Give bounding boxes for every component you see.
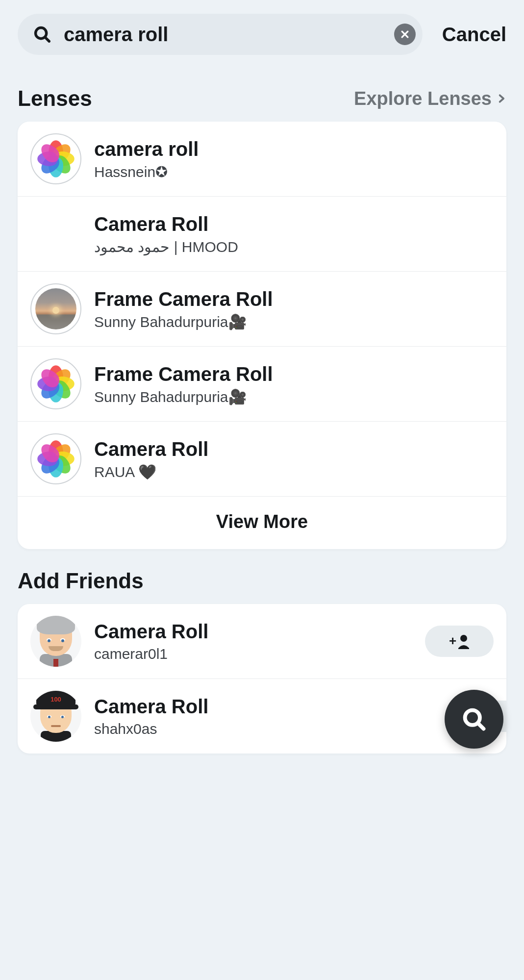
- lenses-header: Lenses Explore Lenses: [18, 67, 506, 122]
- lens-author: Hassnein✪: [94, 163, 494, 180]
- lens-author: RAUA 🖤: [94, 463, 494, 480]
- close-icon: [400, 29, 410, 39]
- explore-lenses-link[interactable]: Explore Lenses: [354, 88, 506, 109]
- friend-username: camerar0l1: [94, 646, 412, 662]
- friends-header: Add Friends: [18, 549, 506, 604]
- lens-item[interactable]: Camera Roll RAUA 🖤: [18, 422, 506, 497]
- search-fab[interactable]: [445, 690, 503, 749]
- lens-item[interactable]: camera roll Hassnein✪: [18, 122, 506, 197]
- explore-lenses-label: Explore Lenses: [354, 88, 492, 109]
- lens-author: حمود محمود | HMOOD: [94, 238, 494, 255]
- search-icon: [461, 706, 487, 732]
- add-friend-icon: +: [449, 633, 470, 649]
- friend-display-name: Camera Roll: [94, 620, 412, 643]
- bitmoji-avatar: 100: [30, 691, 81, 742]
- svg-line-1: [45, 37, 49, 41]
- clear-search-button[interactable]: [394, 24, 416, 45]
- view-more-button[interactable]: View More: [18, 497, 506, 549]
- lens-author: Sunny Bahadurpuria🎥: [94, 313, 494, 330]
- search-icon: [31, 24, 53, 45]
- lens-thumbnail: [30, 133, 81, 184]
- cancel-button[interactable]: Cancel: [442, 24, 506, 46]
- lens-title: Frame Camera Roll: [94, 288, 494, 310]
- lens-thumbnail: [30, 358, 81, 409]
- friend-avatar: [30, 616, 81, 667]
- friend-item[interactable]: Camera Roll camerar0l1 +: [18, 604, 506, 679]
- lenses-section: Lenses Explore Lenses: [0, 67, 524, 549]
- lens-title: Camera Roll: [94, 213, 494, 235]
- svg-text:+: +: [449, 633, 456, 648]
- lens-item[interactable]: Frame Camera Roll Sunny Bahadurpuria🎥: [18, 272, 506, 347]
- search-query-text[interactable]: camera roll: [53, 24, 394, 46]
- friend-avatar: 100: [30, 691, 81, 742]
- lens-title: camera roll: [94, 138, 494, 160]
- sunset-thumb: [35, 288, 76, 329]
- lens-title: Camera Roll: [94, 438, 494, 460]
- friends-title: Add Friends: [18, 569, 144, 593]
- photos-flower-icon: [36, 439, 75, 478]
- svg-point-5: [460, 635, 467, 642]
- lens-author: Sunny Bahadurpuria🎥: [94, 388, 494, 405]
- photos-flower-icon: [36, 364, 75, 403]
- friend-username: shahx0as: [94, 721, 462, 737]
- friend-display-name: Camera Roll: [94, 695, 462, 718]
- lens-thumbnail: [30, 208, 81, 259]
- photos-flower-icon: [36, 139, 75, 178]
- lens-thumbnail: [30, 433, 81, 484]
- lenses-title: Lenses: [18, 86, 92, 111]
- top-bar: camera roll Cancel: [0, 0, 524, 67]
- friends-list: Camera Roll camerar0l1 +: [18, 604, 506, 754]
- bitmoji-avatar: [30, 616, 81, 667]
- search-field[interactable]: camera roll: [18, 14, 423, 55]
- lens-title: Frame Camera Roll: [94, 363, 494, 385]
- lens-item[interactable]: Camera Roll حمود محمود | HMOOD: [18, 197, 506, 272]
- lens-thumbnail: [30, 283, 81, 334]
- svg-line-7: [478, 724, 484, 729]
- chevron-right-icon: [497, 92, 506, 105]
- friend-item[interactable]: 100 Camera Roll shahx0as: [18, 679, 506, 754]
- lens-item[interactable]: Frame Camera Roll Sunny Bahadurpuria🎥: [18, 347, 506, 422]
- lenses-list: camera roll Hassnein✪ Camera Roll حمود م…: [18, 122, 506, 549]
- add-friend-button[interactable]: +: [425, 626, 494, 657]
